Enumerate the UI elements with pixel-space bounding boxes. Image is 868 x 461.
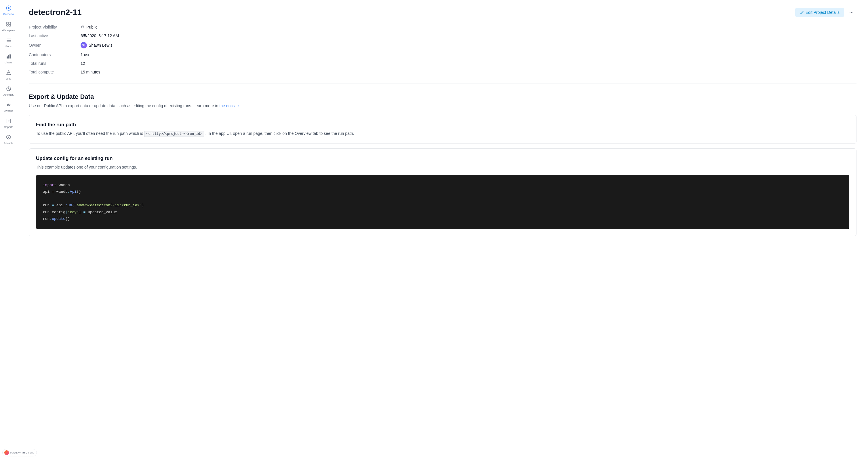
update-config-card: Update config for an existing run This e… bbox=[29, 148, 857, 236]
charts-icon bbox=[6, 54, 11, 60]
svg-rect-5 bbox=[9, 25, 11, 26]
owner-avatar: SL bbox=[81, 42, 87, 49]
visibility-label: Project Visibility bbox=[29, 25, 81, 29]
code-line-1: import wandb bbox=[43, 182, 842, 189]
sidebar-item-runs[interactable]: Runs bbox=[0, 35, 17, 51]
svg-point-22 bbox=[8, 137, 9, 138]
svg-rect-4 bbox=[7, 25, 8, 26]
runs-icon bbox=[6, 37, 11, 44]
update-config-desc: This example updates one of your configu… bbox=[36, 164, 849, 170]
owner-value: SL Shawn Lewis bbox=[81, 42, 857, 49]
sidebar-item-workspace[interactable]: Workspace bbox=[0, 19, 17, 35]
sidebar-item-sweeps-label: Sweeps bbox=[4, 110, 13, 112]
sidebar-item-reports[interactable]: Reports bbox=[0, 115, 17, 132]
lock-icon bbox=[81, 25, 85, 29]
export-section-desc: Use our Public API to export data or upd… bbox=[29, 103, 857, 109]
svg-point-1 bbox=[8, 7, 9, 9]
workspace-icon bbox=[6, 21, 11, 28]
code-line-3: run = api.run("shawn/detectron2-11/<run_… bbox=[43, 202, 842, 209]
svg-rect-9 bbox=[7, 56, 8, 58]
owner-label: Owner bbox=[29, 42, 81, 49]
code-line-5: run.update() bbox=[43, 215, 842, 222]
export-section-title: Export & Update Data bbox=[29, 93, 857, 100]
sidebar-item-charts[interactable]: Charts bbox=[0, 51, 17, 67]
total-runs-value: 12 bbox=[81, 61, 857, 66]
sidebar-item-workspace-label: Workspace bbox=[2, 29, 15, 32]
jobs-icon bbox=[6, 70, 11, 76]
svg-rect-3 bbox=[9, 22, 11, 24]
contributors-label: Contributors bbox=[29, 52, 81, 57]
sidebar-item-automat[interactable]: Automat. bbox=[0, 83, 17, 99]
total-compute-label: Total compute bbox=[29, 70, 81, 74]
contributors-value: 1 user bbox=[81, 52, 857, 57]
edit-icon bbox=[800, 10, 804, 15]
svg-rect-11 bbox=[9, 54, 11, 58]
gifox-icon bbox=[4, 450, 9, 455]
header-row: detectron2-11 Edit Project Details ··· bbox=[29, 7, 857, 18]
sidebar-item-charts-label: Charts bbox=[5, 61, 12, 64]
total-compute-value: 15 minutes bbox=[81, 70, 857, 74]
project-info-table: Project Visibility Public Last active 6/… bbox=[29, 25, 857, 84]
find-run-path-title: Find the run path bbox=[36, 122, 849, 127]
code-line-2: api = wandb.Api() bbox=[43, 189, 842, 195]
sidebar-item-jobs[interactable]: Jobs bbox=[0, 67, 17, 83]
total-runs-label: Total runs bbox=[29, 61, 81, 66]
sidebar-item-artifacts[interactable]: Artifacts bbox=[0, 132, 17, 147]
reports-icon bbox=[6, 118, 11, 125]
gifox-label: MADE WITH GIFOX bbox=[10, 451, 34, 454]
code-line-blank bbox=[43, 195, 842, 202]
docs-link[interactable]: the docs → bbox=[219, 104, 240, 108]
code-block: import wandb api = wandb.Api() run = api… bbox=[36, 175, 849, 229]
update-config-title: Update config for an existing run bbox=[36, 155, 849, 161]
sidebar: Overview Workspace Runs bbox=[0, 0, 17, 461]
svg-point-16 bbox=[8, 104, 9, 106]
sidebar-item-automat-label: Automat. bbox=[3, 93, 13, 96]
find-run-path-card: Find the run path To use the public API,… bbox=[29, 115, 857, 144]
code-line-4: run.config["key"] = updated_value bbox=[43, 209, 842, 215]
svg-point-14 bbox=[8, 74, 9, 74]
find-run-path-desc: To use the public API, you'll often need… bbox=[36, 131, 849, 137]
run-path-code-tag: <entity>/<project>/<run_id> bbox=[144, 131, 204, 137]
main-content: detectron2-11 Edit Project Details ··· P… bbox=[17, 0, 868, 461]
gifox-badge[interactable]: MADE WITH GIFOX bbox=[2, 449, 37, 456]
svg-rect-23 bbox=[82, 26, 84, 28]
visibility-value: Public bbox=[81, 25, 857, 29]
export-section: Export & Update Data Use our Public API … bbox=[29, 93, 857, 236]
sweeps-icon bbox=[6, 102, 11, 109]
sidebar-item-runs-label: Runs bbox=[5, 45, 11, 48]
svg-rect-2 bbox=[7, 22, 8, 24]
header-actions: Edit Project Details ··· bbox=[795, 7, 857, 18]
sidebar-item-artifacts-label: Artifacts bbox=[4, 142, 13, 145]
sidebar-item-overview[interactable]: Overview bbox=[0, 2, 17, 19]
sidebar-item-sweeps[interactable]: Sweeps bbox=[0, 99, 17, 115]
overview-icon bbox=[6, 5, 11, 12]
more-options-button[interactable]: ··· bbox=[846, 7, 857, 18]
project-title: detectron2-11 bbox=[29, 8, 82, 17]
automat-icon bbox=[6, 86, 11, 92]
artifacts-icon bbox=[6, 134, 11, 141]
svg-rect-10 bbox=[8, 55, 9, 58]
last-active-label: Last active bbox=[29, 33, 81, 38]
sidebar-item-reports-label: Reports bbox=[4, 126, 13, 128]
sidebar-item-jobs-label: Jobs bbox=[6, 77, 11, 80]
last-active-value: 6/5/2020, 3:17:12 AM bbox=[81, 33, 857, 38]
edit-project-button[interactable]: Edit Project Details bbox=[795, 8, 844, 17]
sidebar-item-overview-label: Overview bbox=[3, 13, 14, 16]
